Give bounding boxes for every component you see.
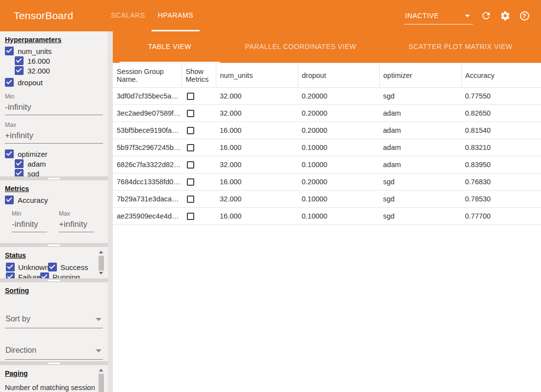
drag-handle xyxy=(48,280,60,281)
accuracy-cell: 0.76830 xyxy=(461,173,541,191)
checkbox-success[interactable] xyxy=(48,263,57,271)
show-metrics-checkbox[interactable] xyxy=(187,161,194,169)
min-input[interactable]: -infinity xyxy=(12,217,47,232)
status-unknown: Unknown xyxy=(6,263,48,271)
accuracy-cell: 0.83950 xyxy=(461,156,541,173)
optimizer-cell: sgd xyxy=(379,88,461,105)
chevron-down-icon xyxy=(465,15,470,17)
col-num-units: num_units xyxy=(216,63,298,88)
hparam-num-units: num_units xyxy=(5,47,103,55)
direction-dropdown[interactable]: Direction xyxy=(5,344,103,360)
min-input[interactable]: -infinity xyxy=(5,100,103,115)
direction-label: Direction xyxy=(5,346,36,354)
session-name-cell: 7b29a731e3daca… xyxy=(113,191,181,208)
checkbox-accuracy[interactable] xyxy=(5,196,14,204)
show-metrics-checkbox[interactable] xyxy=(187,110,194,117)
metric-label: Accuracy xyxy=(18,196,48,204)
table-row: 5b97f3c2967245b… 16.000 0.10000 adam 0.8… xyxy=(113,139,541,156)
sidebar: Hyperparameters num_units 16.000 32.000 … xyxy=(0,31,113,392)
hparam-label: num_units xyxy=(18,47,52,55)
col-session-group-name: Session Group Name. xyxy=(113,63,181,88)
hparam-optimizer: optimizer xyxy=(5,149,103,158)
status-dropdown[interactable]: INACTIVE xyxy=(404,12,473,24)
table-row: 3df0d7cf35bec5a… 32.000 0.20000 sgd 0.77… xyxy=(113,88,541,105)
table-row: 3ec2aed9e07589f… 32.000 0.20000 adam 0.8… xyxy=(113,105,541,122)
checkbox-unknown[interactable] xyxy=(6,263,15,271)
checkbox-adam[interactable] xyxy=(15,159,24,168)
status-label: Running xyxy=(52,273,80,279)
sorting-heading: Sorting xyxy=(5,287,103,294)
sort-by-dropdown[interactable]: Sort by xyxy=(5,313,103,328)
status-label: Success xyxy=(60,263,88,271)
hyperparameters-heading: Hyperparameters xyxy=(5,36,103,44)
show-metrics-checkbox[interactable] xyxy=(187,213,194,220)
checkbox-optimizer[interactable] xyxy=(5,149,14,158)
hparam-value-32: 32.000 xyxy=(15,66,103,75)
checkbox-running[interactable] xyxy=(40,272,49,278)
metrics-section: Metrics Accuracy Min -infinity Max +infi… xyxy=(0,180,108,243)
session-name-cell: 3df0d7cf35bec5a… xyxy=(113,88,181,105)
status-row-2: Failure Running xyxy=(6,272,95,278)
section-resizer[interactable] xyxy=(0,361,108,365)
num-units-cell: 16.000 xyxy=(216,173,298,191)
tab-scatter-plot-matrix-view[interactable]: SCATTER PLOT MATRIX VIEW xyxy=(384,31,538,63)
show-metrics-checkbox[interactable] xyxy=(187,196,194,203)
session-groups-table: Session Group Name. Show Metrics num_uni… xyxy=(113,63,541,225)
tab-scalars[interactable]: SCALARS xyxy=(104,0,152,31)
dropout-max-field: Max +infinity xyxy=(5,122,103,144)
hparam-label: dropout xyxy=(18,78,43,87)
min-label: Min xyxy=(5,93,103,100)
status-row-1: Unknown Success xyxy=(6,263,95,271)
show-metrics-checkbox[interactable] xyxy=(187,93,194,100)
dropout-cell: 0.20000 xyxy=(298,173,379,191)
scrollbar-thumb xyxy=(99,256,104,270)
header-actions: INACTIVE ? xyxy=(404,0,541,31)
paging-scrollbar[interactable] xyxy=(98,367,104,392)
max-input[interactable]: +infinity xyxy=(5,128,103,144)
help-icon: ? xyxy=(520,11,529,21)
drag-handle xyxy=(48,178,60,179)
tab-parallel-coordinates-view[interactable]: PARALLEL COORDINATES VIEW xyxy=(224,31,378,63)
checkbox-dropout[interactable] xyxy=(5,78,14,87)
sidebar-scrollbar-track[interactable] xyxy=(108,31,113,392)
max-label: Max xyxy=(5,122,103,128)
max-input[interactable]: +infinity xyxy=(59,217,94,232)
optimizer-cell: adam xyxy=(379,156,461,173)
section-resizer[interactable] xyxy=(0,278,108,282)
drag-handle xyxy=(48,363,60,364)
refresh-button[interactable] xyxy=(480,10,492,22)
status-success: Success xyxy=(48,263,88,271)
dropout-cell: 0.20000 xyxy=(298,105,379,122)
accuracy-cell: 0.83210 xyxy=(461,139,541,156)
session-name-cell: 53bf5bece9190fa… xyxy=(113,122,181,139)
metric-max-field: Max +infinity xyxy=(59,210,94,232)
status-scrollbar[interactable] xyxy=(98,248,104,277)
refresh-icon xyxy=(481,10,491,21)
checkbox-32[interactable] xyxy=(15,66,24,75)
checkbox-16[interactable] xyxy=(15,56,24,65)
show-metrics-checkbox[interactable] xyxy=(187,178,194,186)
help-button[interactable]: ? xyxy=(518,10,530,22)
show-metrics-checkbox[interactable] xyxy=(187,144,194,151)
hparam-label: optimizer xyxy=(18,150,48,158)
checkbox-failure[interactable] xyxy=(6,272,15,278)
accuracy-cell: 0.77700 xyxy=(461,208,541,225)
accuracy-cell: 0.77550 xyxy=(461,88,541,105)
scrollbar-thumb xyxy=(99,374,104,392)
checkbox-sgd[interactable] xyxy=(15,169,24,176)
section-resizer[interactable] xyxy=(0,243,108,247)
checkbox-num-units[interactable] xyxy=(5,47,14,55)
tab-hparams[interactable]: HPARAMS xyxy=(152,0,200,31)
settings-button[interactable] xyxy=(499,10,511,22)
session-name-cell: 3ec2aed9e07589f… xyxy=(113,105,181,122)
section-resizer[interactable] xyxy=(0,176,108,180)
dropout-cell: 0.20000 xyxy=(298,122,379,139)
num-units-cell: 32.000 xyxy=(216,88,298,105)
table-row: ae235909ec4e4d… 16.000 0.10000 sgd 0.777… xyxy=(113,208,541,225)
show-metrics-checkbox[interactable] xyxy=(187,127,194,134)
optimizer-adam: adam xyxy=(15,159,103,168)
metric-min-field: Min -infinity xyxy=(12,210,47,232)
main-layout: Hyperparameters num_units 16.000 32.000 … xyxy=(0,31,541,392)
gear-icon xyxy=(500,10,511,21)
tab-table-view[interactable]: TABLE VIEW xyxy=(120,31,220,63)
